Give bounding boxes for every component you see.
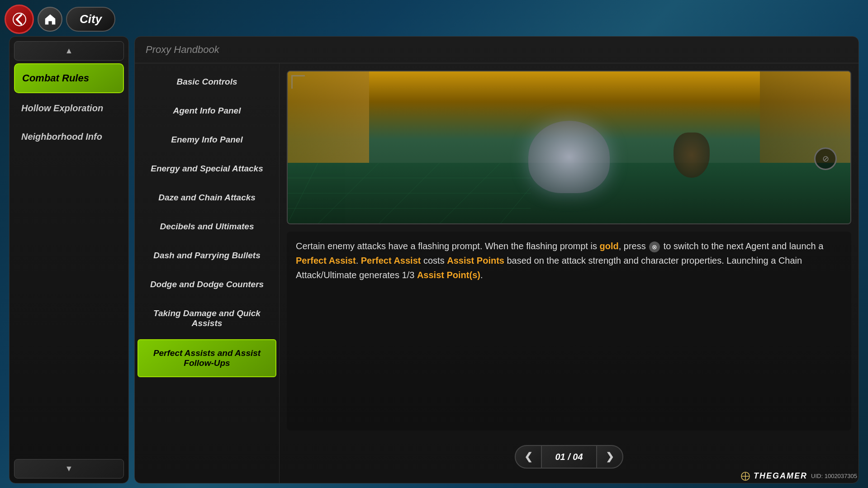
panel-title: Proxy Handbook — [146, 44, 219, 55]
desc-highlight4: Assist Point(s) — [417, 270, 480, 280]
game-screenshot: ⊘ — [288, 71, 850, 223]
menu-item-taking-damage[interactable]: Taking Damage and Quick Assists — [138, 300, 276, 336]
menu-item-label: Enemy Info Panel — [171, 135, 242, 144]
svg-line-8 — [500, 187, 531, 223]
sidebar-item-label: Neighborhood Info — [21, 132, 102, 142]
desc-gold-word: gold — [599, 241, 618, 251]
prev-icon: ❮ — [524, 451, 532, 463]
next-icon: ❯ — [606, 451, 614, 463]
panel-body: Basic Controls Agent Info Panel Enemy In… — [135, 63, 859, 483]
sidebar-nav: Combat Rules Hollow Exploration Neighbor… — [14, 63, 124, 456]
menu-item-label: Decibels and Ultimates — [160, 222, 254, 231]
sidebar: ▲ Combat Rules Hollow Exploration Neighb… — [9, 36, 129, 483]
sidebar-item-hollow-exploration[interactable]: Hollow Exploration — [14, 95, 124, 122]
city-label: City — [80, 12, 102, 26]
sidebar-scroll-down[interactable]: ▼ — [14, 459, 124, 479]
page-number: 01 / 04 — [555, 452, 583, 462]
sidebar-item-label: Hollow Exploration — [21, 103, 103, 113]
menu-item-perfect-assists[interactable]: Perfect Assists and Assist Follow-Ups — [138, 339, 276, 377]
menu-item-label: Dash and Parrying Bullets — [153, 251, 261, 260]
topbar: City — [5, 5, 115, 34]
scene-building-right — [760, 71, 850, 163]
menu-item-agent-info-panel[interactable]: Agent Info Panel — [138, 98, 276, 124]
corner-decoration — [291, 75, 305, 89]
menu-item-decibels-ultimates[interactable]: Decibels and Ultimates — [138, 213, 276, 240]
desc-part2: , press — [619, 241, 649, 251]
menu-item-energy-special-attacks[interactable]: Energy and Special Attacks — [138, 156, 276, 182]
sidebar-item-neighborhood-info[interactable]: Neighborhood Info — [14, 123, 124, 150]
scroll-down-icon: ▼ — [65, 464, 73, 474]
menu-item-basic-controls[interactable]: Basic Controls — [138, 69, 276, 95]
middle-menu: Basic Controls Agent Info Panel Enemy In… — [135, 63, 280, 483]
sidebar-item-combat-rules[interactable]: Combat Rules — [14, 63, 124, 93]
svg-point-0 — [13, 13, 26, 26]
character-silhouette — [528, 121, 610, 193]
content-area: ⊘ Certain enemy attacks have a flashing … — [280, 63, 859, 483]
controller-button-icon: ⊗ — [649, 242, 660, 252]
next-page-button[interactable]: ❯ — [596, 445, 623, 469]
prev-page-button[interactable]: ❮ — [515, 445, 542, 469]
scroll-up-icon: ▲ — [65, 46, 73, 56]
right-panel: Proxy Handbook Basic Controls Agent Info… — [134, 36, 859, 483]
panel-header: Proxy Handbook — [135, 37, 859, 63]
enemy-silhouette — [674, 133, 710, 178]
watermark-logo-icon — [741, 472, 750, 481]
menu-item-dodge-counters[interactable]: Dodge and Dodge Counters — [138, 271, 276, 298]
watermark: THEGAMER UID: 1002037305 — [741, 471, 857, 481]
description-area: Certain enemy attacks have a flashing pr… — [287, 232, 851, 431]
city-button[interactable]: City — [66, 7, 115, 32]
desc-part4: . — [356, 256, 361, 265]
desc-highlight3: Assist Points — [447, 256, 504, 265]
sidebar-item-label: Combat Rules — [22, 72, 89, 84]
menu-item-label: Agent Info Panel — [173, 106, 241, 115]
home-button[interactable] — [38, 7, 62, 32]
uid-label: UID: 1002037305 — [811, 473, 857, 479]
description-text: Certain enemy attacks have a flashing pr… — [296, 239, 842, 282]
menu-item-label: Energy and Special Attacks — [151, 164, 263, 173]
main-content: ▲ Combat Rules Hollow Exploration Neighb… — [9, 36, 859, 483]
menu-item-dash-parrying[interactable]: Dash and Parrying Bullets — [138, 242, 276, 269]
menu-item-label: Taking Damage and Quick Assists — [153, 308, 261, 328]
pagination: ❮ 01 / 04 ❯ — [287, 438, 851, 476]
sidebar-scroll-up[interactable]: ▲ — [14, 41, 124, 61]
back-button[interactable] — [5, 5, 34, 34]
menu-item-daze-chain-attacks[interactable]: Daze and Chain Attacks — [138, 185, 276, 211]
menu-item-label: Basic Controls — [176, 77, 237, 86]
page-display: 01 / 04 — [542, 445, 596, 469]
desc-highlight2: Perfect Assist — [361, 256, 421, 265]
menu-item-enemy-info-panel[interactable]: Enemy Info Panel — [138, 127, 276, 153]
game-screenshot-container: ⊘ — [287, 71, 851, 224]
desc-highlight1: Perfect Assist — [296, 256, 356, 265]
desc-part7: . — [480, 270, 483, 280]
desc-part3: to switch to the next Agent and launch a — [661, 241, 823, 251]
desc-part1: Certain enemy attacks have a flashing pr… — [296, 241, 599, 251]
menu-item-label: Perfect Assists and Assist Follow-Ups — [153, 348, 261, 368]
scene-grid — [288, 163, 531, 223]
desc-part5: costs — [421, 256, 447, 265]
brand-name: THEGAMER — [754, 471, 807, 481]
menu-item-label: Dodge and Dodge Counters — [150, 280, 264, 289]
menu-item-label: Daze and Chain Attacks — [158, 193, 256, 202]
